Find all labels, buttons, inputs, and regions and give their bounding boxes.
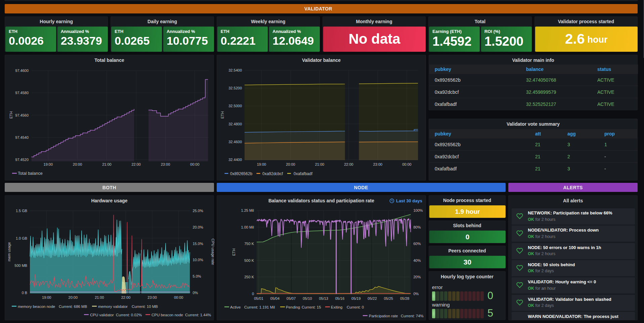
svg-text:20:00: 20:00	[286, 162, 295, 166]
svg-text:0 B: 0 B	[22, 291, 28, 295]
svg-text:32.4400: 32.4400	[228, 158, 242, 162]
svg-text:Current: 1.44%: Current: 1.44%	[185, 313, 211, 317]
svg-text:0: 0	[252, 292, 254, 296]
svg-text:05/16: 05/16	[335, 296, 345, 300]
svg-text:05/13: 05/13	[319, 296, 328, 300]
svg-text:Current: 10 MB: Current: 10 MB	[132, 305, 158, 309]
svg-text:05/25: 05/25	[384, 296, 393, 300]
svg-text:CPU validator: CPU validator	[90, 313, 114, 317]
svg-text:32.5200: 32.5200	[228, 86, 242, 90]
svg-text:40%: 40%	[413, 258, 421, 263]
svg-text:Current: 74%: Current: 74%	[401, 314, 424, 318]
svg-text:1.25 Mil: 1.25 Mil	[241, 208, 254, 212]
svg-text:32.4600: 32.4600	[228, 140, 242, 144]
svg-text:15.0%: 15.0%	[193, 242, 203, 246]
svg-text:21:00: 21:00	[102, 162, 112, 166]
svg-text:32.5400: 32.5400	[228, 68, 242, 72]
svg-text:Current: 1.191 Mil: Current: 1.191 Mil	[244, 305, 275, 309]
svg-text:Current: 15: Current: 15	[302, 305, 321, 309]
svg-text:32.5000: 32.5000	[228, 104, 242, 108]
svg-text:Exiting: Exiting	[331, 305, 343, 309]
svg-text:05/22: 05/22	[368, 296, 377, 300]
svg-text:19:00: 19:00	[42, 295, 51, 299]
svg-text:Pending: Pending	[286, 305, 300, 309]
svg-text:23:00: 23:00	[373, 162, 383, 166]
svg-text:1.00 Mil: 1.00 Mil	[241, 225, 254, 229]
svg-text:21:00: 21:00	[95, 295, 104, 299]
svg-text:memory beacon node: memory beacon node	[18, 305, 55, 309]
svg-text:22:00: 22:00	[121, 295, 131, 299]
svg-text:0%: 0%	[413, 292, 419, 296]
svg-text:20:00: 20:00	[73, 162, 82, 166]
svg-text:97.4560: 97.4560	[15, 113, 29, 117]
svg-text:05/04: 05/04	[270, 296, 280, 300]
svg-text:100%: 100%	[413, 208, 423, 212]
svg-text:19:00: 19:00	[257, 162, 266, 166]
svg-text:80%: 80%	[413, 225, 421, 229]
svg-text:23:00: 23:00	[161, 162, 170, 166]
svg-text:CPU usage rate: CPU usage rate	[211, 239, 214, 265]
svg-text:05/07: 05/07	[287, 296, 296, 300]
svg-text:ETH: ETH	[9, 111, 13, 119]
svg-text:20.0%: 20.0%	[193, 225, 203, 229]
svg-text:CPU beacon node: CPU beacon node	[152, 313, 183, 317]
svg-text:20:00: 20:00	[69, 295, 78, 299]
svg-text:97.4600: 97.4600	[15, 69, 29, 73]
svg-text:5.0%: 5.0%	[193, 274, 201, 278]
svg-text:ETH: ETH	[232, 248, 236, 256]
svg-text:00:00: 00:00	[190, 162, 200, 166]
svg-text:Current: 686 MB: Current: 686 MB	[59, 305, 87, 309]
svg-text:Current: 0: Current: 0	[347, 305, 364, 309]
svg-text:500 MB: 500 MB	[14, 264, 27, 268]
svg-text:60%: 60%	[413, 242, 421, 246]
svg-text:05/28: 05/28	[400, 296, 410, 300]
svg-text:Participation rate: Participation rate	[369, 314, 398, 318]
svg-text:10.0%: 10.0%	[193, 258, 203, 262]
svg-text:00:00: 00:00	[174, 295, 183, 299]
svg-text:ETH: ETH	[220, 111, 224, 119]
svg-text:97.4580: 97.4580	[15, 91, 29, 95]
svg-text:1.5 GB: 1.5 GB	[16, 209, 27, 213]
svg-text:25.0%: 25.0%	[193, 209, 203, 213]
svg-text:21:00: 21:00	[315, 162, 325, 166]
svg-text:mem usage: mem usage	[7, 242, 11, 261]
svg-text:memory validator: memory validator	[98, 305, 128, 309]
svg-text:97.4540: 97.4540	[15, 135, 29, 139]
svg-text:Current: 0.02%: Current: 0.02%	[116, 313, 142, 317]
svg-text:0%: 0%	[193, 291, 198, 295]
svg-text:1.0 GB: 1.0 GB	[16, 236, 27, 240]
svg-text:32.4800: 32.4800	[228, 122, 242, 126]
svg-text:22:00: 22:00	[344, 162, 353, 166]
svg-text:05/19: 05/19	[351, 296, 361, 300]
svg-text:97.4520: 97.4520	[15, 158, 29, 162]
svg-text:750 K: 750 K	[244, 242, 254, 246]
svg-text:05/10: 05/10	[303, 296, 312, 300]
svg-text:250 K: 250 K	[244, 275, 254, 279]
svg-text:00:00: 00:00	[402, 162, 412, 166]
svg-text:Active: Active	[230, 305, 241, 309]
svg-text:500 K: 500 K	[244, 258, 254, 263]
svg-text:20%: 20%	[413, 275, 421, 279]
svg-text:Total balance: Total balance	[18, 171, 43, 176]
svg-text:0xafafbadf: 0xafafbadf	[294, 171, 313, 176]
svg-text:19:00: 19:00	[44, 162, 53, 166]
svg-text:22:00: 22:00	[131, 162, 141, 166]
svg-text:0x8926562b: 0x8926562b	[230, 171, 252, 176]
svg-text:23:00: 23:00	[147, 295, 157, 299]
svg-text:05/01: 05/01	[254, 296, 263, 300]
svg-text:0xa92dcbcf: 0xa92dcbcf	[262, 171, 283, 176]
